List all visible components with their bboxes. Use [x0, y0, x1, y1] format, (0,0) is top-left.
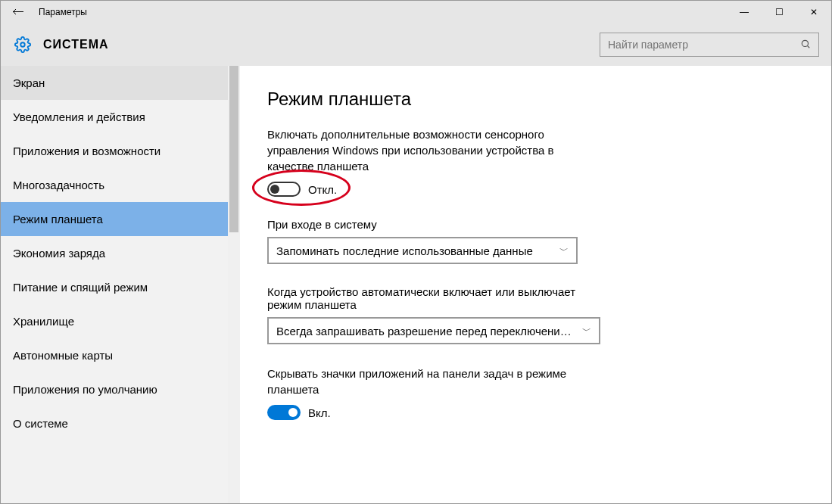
- toggle-knob: [288, 408, 298, 417]
- hide-icons-toggle[interactable]: [267, 405, 301, 420]
- signin-label: При входе в систему: [267, 218, 801, 231]
- tablet-toggle-block: Включать дополнительные возможности сенс…: [267, 126, 801, 197]
- signin-dropdown-value: Запоминать последние использованные данн…: [276, 244, 553, 257]
- header: СИСТЕМА: [1, 23, 831, 66]
- hide-icons-state-label: Вкл.: [308, 406, 331, 419]
- autoswitch-block: Когда устройство автоматически включает …: [267, 285, 801, 344]
- tablet-toggle-description: Включать дополнительные возможности сенс…: [267, 126, 600, 174]
- tablet-toggle-state-label: Откл.: [308, 183, 337, 196]
- autoswitch-label: Когда устройство автоматически включает …: [267, 285, 600, 311]
- signin-dropdown[interactable]: Запоминать последние использованные данн…: [267, 237, 578, 264]
- svg-point-1: [802, 40, 808, 46]
- search-box[interactable]: [600, 33, 819, 57]
- minimize-icon: —: [740, 7, 749, 17]
- sidebar-item-tablet-mode[interactable]: Режим планшета: [1, 202, 228, 236]
- hide-icons-block: Скрывать значки приложений на панели зад…: [267, 366, 801, 420]
- sidebar-item-display[interactable]: Экран: [1, 66, 228, 100]
- sidebar-wrap: Экран Уведомления и действия Приложения …: [1, 66, 240, 503]
- sidebar-item-battery[interactable]: Экономия заряда: [1, 236, 228, 270]
- gear-icon: [13, 35, 33, 54]
- hide-icons-description: Скрывать значки приложений на панели зад…: [267, 366, 600, 397]
- signin-block: При входе в систему Запоминать последние…: [267, 218, 801, 264]
- arrow-left-icon: 🡐: [12, 5, 24, 19]
- sidebar-item-notifications[interactable]: Уведомления и действия: [1, 100, 228, 134]
- svg-point-0: [20, 42, 25, 47]
- search-input[interactable]: [608, 39, 800, 51]
- content: Экран Уведомления и действия Приложения …: [1, 66, 831, 503]
- main-pane: Режим планшета Включать дополнительные в…: [240, 66, 831, 503]
- sidebar-item-about[interactable]: О системе: [1, 406, 228, 440]
- sidebar: Экран Уведомления и действия Приложения …: [1, 66, 228, 503]
- tablet-mode-toggle[interactable]: [267, 182, 301, 197]
- svg-line-2: [808, 45, 810, 48]
- autoswitch-dropdown-value: Всегда запрашивать разрешение перед пере…: [276, 325, 576, 338]
- autoswitch-dropdown[interactable]: Всегда запрашивать разрешение перед пере…: [267, 317, 600, 344]
- sidebar-scrollbar-thumb[interactable]: [229, 66, 238, 232]
- chevron-down-icon: ﹀: [559, 244, 569, 257]
- close-button[interactable]: ✕: [796, 1, 831, 23]
- minimize-button[interactable]: —: [727, 1, 762, 23]
- sidebar-item-apps[interactable]: Приложения и возможности: [1, 134, 228, 168]
- close-icon: ✕: [810, 7, 818, 17]
- back-button[interactable]: 🡐: [1, 1, 36, 23]
- titlebar: 🡐 Параметры — ☐ ✕: [1, 1, 831, 23]
- sidebar-item-power[interactable]: Питание и спящий режим: [1, 270, 228, 304]
- sidebar-scrollbar[interactable]: [228, 66, 240, 503]
- toggle-knob: [270, 185, 279, 194]
- window-title: Параметры: [36, 1, 727, 23]
- maximize-icon: ☐: [775, 7, 784, 17]
- sidebar-item-offline-maps[interactable]: Автономные карты: [1, 338, 228, 372]
- maximize-button[interactable]: ☐: [762, 1, 796, 23]
- search-icon: [800, 39, 811, 51]
- section-title: СИСТЕМА: [43, 38, 109, 51]
- chevron-down-icon: ﹀: [582, 325, 591, 338]
- sidebar-item-default-apps[interactable]: Приложения по умолчанию: [1, 372, 228, 406]
- page-title: Режим планшета: [267, 89, 801, 110]
- sidebar-item-multitask[interactable]: Многозадачность: [1, 168, 228, 202]
- sidebar-item-storage[interactable]: Хранилище: [1, 304, 228, 338]
